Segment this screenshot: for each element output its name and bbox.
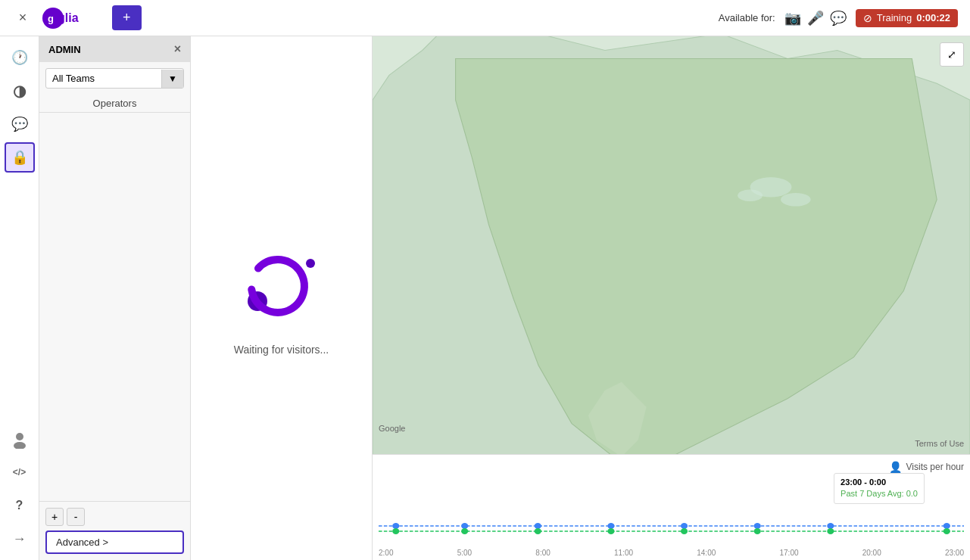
svg-point-29 [943, 528, 950, 534]
svg-point-21 [943, 523, 950, 529]
svg-point-18 [681, 523, 688, 529]
svg-point-25 [607, 528, 614, 534]
training-label: Training [877, 12, 912, 23]
microphone-icon[interactable]: 🎤 [807, 10, 824, 26]
map-svg [373, 36, 970, 454]
x-label-6: 20:00 [862, 549, 881, 557]
map-container: ⤢ Google Terms of Use [373, 36, 970, 454]
svg-point-9 [781, 193, 810, 207]
google-label: Google [379, 424, 405, 433]
admin-panel: ADMIN × All Teams ▼ Operators + - Advanc… [39, 36, 191, 560]
teams-select-wrapper: All Teams ▼ [39, 62, 190, 95]
x-label-2: 8:00 [535, 549, 550, 557]
sidebar-icon-help[interactable]: ? [5, 490, 35, 521]
svg-point-22 [392, 528, 399, 534]
x-label-3: 11:00 [614, 549, 633, 557]
chat-bubble-icon[interactable]: 💬 [830, 10, 847, 26]
zoom-plus-button[interactable]: + [45, 508, 64, 526]
chart-area: 👤 Visits per hour 23:00 - 0:00 Past 7 Da… [373, 454, 970, 560]
svg-point-27 [754, 528, 761, 534]
x-label-7: 23:00 [945, 549, 964, 557]
teams-select-label: All Teams [46, 69, 161, 88]
svg-point-3 [16, 433, 23, 440]
admin-close-button[interactable]: × [174, 42, 181, 56]
visits-label: Visits per hour [906, 462, 964, 472]
chart-xaxis: 2:00 5:00 8:00 11:00 14:00 17:00 20:00 2… [379, 549, 964, 557]
operators-list [39, 113, 190, 501]
avatar-svg-icon [10, 429, 30, 449]
training-badge: ⊘ Training 0:00:22 [856, 9, 958, 27]
sidebar-icon-lock[interactable]: 🔒 [5, 142, 35, 173]
x-label-5: 17:00 [779, 549, 798, 557]
map-expand-button[interactable]: ⤢ [940, 42, 964, 67]
ban-icon: ⊘ [863, 12, 872, 24]
sidebar-icon-exit[interactable]: → [5, 524, 35, 554]
sidebar-icon-chart[interactable]: ◑ [5, 76, 35, 106]
x-label-0: 2:00 [379, 549, 393, 557]
svg-point-20 [827, 523, 834, 529]
chart-header: 👤 Visits per hour [379, 461, 964, 473]
teams-select[interactable]: All Teams ▼ [45, 68, 184, 89]
svg-point-15 [461, 523, 468, 529]
tooltip-avg: Past 7 Days Avg: 0.0 [841, 488, 918, 499]
training-time: 0:00:22 [916, 12, 950, 23]
close-button[interactable]: × [12, 8, 33, 29]
add-button[interactable]: + [112, 5, 142, 30]
chart-line-svg [379, 499, 964, 545]
terms-label: Terms of Use [915, 439, 964, 448]
header-right: Available for: 📷 🎤 💬 ⊘ Training 0:00:22 [719, 9, 958, 27]
svg-text:glia: glia [58, 11, 79, 24]
sidebar-icon-clock[interactable]: 🕐 [5, 42, 35, 73]
camera-icon[interactable]: 📷 [784, 10, 801, 26]
sidebar-icon-code[interactable]: </> [5, 457, 35, 487]
main-layout: 🕐 ◑ 💬 🔒 </> ? → ADMIN × All Teams ▼ [0, 36, 970, 560]
x-label-1: 5:00 [457, 549, 472, 557]
map-area: ⤢ Google Terms of Use 👤 Visits per hour … [373, 36, 970, 560]
svg-point-10 [738, 190, 763, 201]
svg-point-4 [14, 442, 26, 449]
visitors-panel: Waiting for visitors... [191, 36, 373, 560]
icon-sidebar: 🕐 ◑ 💬 🔒 </> ? → [0, 36, 39, 560]
tooltip-time: 23:00 - 0:00 [841, 477, 918, 488]
admin-header: ADMIN × [39, 36, 190, 62]
logo: g glia [42, 8, 103, 29]
operators-header: Operators [39, 95, 190, 113]
svg-point-17 [607, 523, 614, 529]
advanced-button[interactable]: Advanced > [45, 530, 184, 554]
svg-point-24 [535, 528, 541, 534]
visits-person-icon: 👤 [889, 461, 902, 473]
svg-point-26 [681, 528, 688, 534]
svg-text:g: g [48, 13, 54, 24]
header-left: × g glia + [12, 5, 142, 30]
waiting-animation [229, 241, 335, 331]
teams-select-arrow-icon: ▼ [161, 70, 183, 88]
available-label: Available for: [719, 12, 775, 23]
loading-spinner-icon [229, 244, 335, 328]
x-label-4: 14:00 [697, 549, 716, 557]
glia-logo-icon: g glia [42, 8, 103, 29]
zoom-controls: + - [45, 508, 184, 526]
zoom-minus-button[interactable]: - [67, 508, 85, 526]
admin-footer: + - Advanced > [39, 501, 190, 560]
media-icons: 📷 🎤 💬 [784, 10, 847, 26]
waiting-text: Waiting for visitors... [234, 344, 329, 356]
sidebar-icon-chat[interactable]: 💬 [5, 109, 35, 139]
sidebar-icon-avatar[interactable] [5, 424, 35, 454]
svg-point-19 [754, 523, 761, 529]
admin-title: ADMIN [48, 44, 81, 55]
sidebar-bottom: </> ? → [5, 424, 35, 554]
svg-point-28 [827, 528, 834, 534]
svg-point-23 [461, 528, 468, 534]
chart-line-area [379, 499, 964, 545]
svg-point-6 [306, 259, 315, 268]
top-header: × g glia + Available for: 📷 🎤 💬 ⊘ Traini… [0, 0, 970, 36]
svg-point-14 [392, 523, 399, 529]
svg-point-16 [535, 523, 541, 529]
